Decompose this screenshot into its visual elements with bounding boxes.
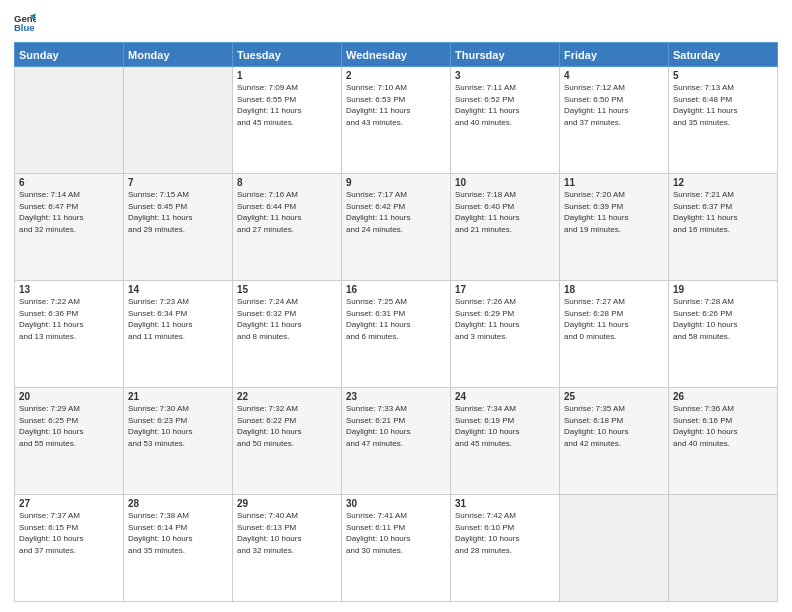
day-detail: Sunrise: 7:13 AM Sunset: 6:48 PM Dayligh… — [673, 82, 773, 128]
calendar-cell: 6Sunrise: 7:14 AM Sunset: 6:47 PM Daylig… — [15, 174, 124, 281]
calendar-cell: 30Sunrise: 7:41 AM Sunset: 6:11 PM Dayli… — [342, 495, 451, 602]
weekday-header: Friday — [560, 43, 669, 67]
calendar-week-row: 20Sunrise: 7:29 AM Sunset: 6:25 PM Dayli… — [15, 388, 778, 495]
day-detail: Sunrise: 7:17 AM Sunset: 6:42 PM Dayligh… — [346, 189, 446, 235]
day-number: 19 — [673, 284, 773, 295]
calendar-cell: 2Sunrise: 7:10 AM Sunset: 6:53 PM Daylig… — [342, 67, 451, 174]
calendar-cell — [669, 495, 778, 602]
day-detail: Sunrise: 7:23 AM Sunset: 6:34 PM Dayligh… — [128, 296, 228, 342]
calendar-cell: 29Sunrise: 7:40 AM Sunset: 6:13 PM Dayli… — [233, 495, 342, 602]
calendar-cell — [15, 67, 124, 174]
day-detail: Sunrise: 7:14 AM Sunset: 6:47 PM Dayligh… — [19, 189, 119, 235]
day-number: 6 — [19, 177, 119, 188]
day-number: 30 — [346, 498, 446, 509]
page: General Blue SundayMondayTuesdayWednesda… — [0, 0, 792, 612]
day-number: 18 — [564, 284, 664, 295]
day-detail: Sunrise: 7:32 AM Sunset: 6:22 PM Dayligh… — [237, 403, 337, 449]
calendar-cell: 24Sunrise: 7:34 AM Sunset: 6:19 PM Dayli… — [451, 388, 560, 495]
weekday-header: Tuesday — [233, 43, 342, 67]
calendar-cell: 19Sunrise: 7:28 AM Sunset: 6:26 PM Dayli… — [669, 281, 778, 388]
calendar-cell: 16Sunrise: 7:25 AM Sunset: 6:31 PM Dayli… — [342, 281, 451, 388]
day-number: 9 — [346, 177, 446, 188]
day-detail: Sunrise: 7:40 AM Sunset: 6:13 PM Dayligh… — [237, 510, 337, 556]
weekday-header: Sunday — [15, 43, 124, 67]
day-number: 28 — [128, 498, 228, 509]
calendar-cell: 14Sunrise: 7:23 AM Sunset: 6:34 PM Dayli… — [124, 281, 233, 388]
calendar-cell: 9Sunrise: 7:17 AM Sunset: 6:42 PM Daylig… — [342, 174, 451, 281]
day-detail: Sunrise: 7:27 AM Sunset: 6:28 PM Dayligh… — [564, 296, 664, 342]
calendar: SundayMondayTuesdayWednesdayThursdayFrid… — [14, 42, 778, 602]
day-number: 8 — [237, 177, 337, 188]
calendar-week-row: 27Sunrise: 7:37 AM Sunset: 6:15 PM Dayli… — [15, 495, 778, 602]
calendar-cell: 12Sunrise: 7:21 AM Sunset: 6:37 PM Dayli… — [669, 174, 778, 281]
calendar-cell: 20Sunrise: 7:29 AM Sunset: 6:25 PM Dayli… — [15, 388, 124, 495]
day-number: 29 — [237, 498, 337, 509]
day-detail: Sunrise: 7:22 AM Sunset: 6:36 PM Dayligh… — [19, 296, 119, 342]
calendar-cell: 11Sunrise: 7:20 AM Sunset: 6:39 PM Dayli… — [560, 174, 669, 281]
day-detail: Sunrise: 7:12 AM Sunset: 6:50 PM Dayligh… — [564, 82, 664, 128]
logo-icon: General Blue — [14, 12, 36, 34]
day-number: 7 — [128, 177, 228, 188]
day-number: 12 — [673, 177, 773, 188]
calendar-cell: 21Sunrise: 7:30 AM Sunset: 6:23 PM Dayli… — [124, 388, 233, 495]
calendar-week-row: 1Sunrise: 7:09 AM Sunset: 6:55 PM Daylig… — [15, 67, 778, 174]
calendar-cell: 31Sunrise: 7:42 AM Sunset: 6:10 PM Dayli… — [451, 495, 560, 602]
day-detail: Sunrise: 7:28 AM Sunset: 6:26 PM Dayligh… — [673, 296, 773, 342]
day-number: 17 — [455, 284, 555, 295]
calendar-cell: 23Sunrise: 7:33 AM Sunset: 6:21 PM Dayli… — [342, 388, 451, 495]
calendar-cell: 22Sunrise: 7:32 AM Sunset: 6:22 PM Dayli… — [233, 388, 342, 495]
day-detail: Sunrise: 7:26 AM Sunset: 6:29 PM Dayligh… — [455, 296, 555, 342]
day-number: 15 — [237, 284, 337, 295]
day-number: 25 — [564, 391, 664, 402]
header-row: SundayMondayTuesdayWednesdayThursdayFrid… — [15, 43, 778, 67]
day-number: 21 — [128, 391, 228, 402]
day-detail: Sunrise: 7:30 AM Sunset: 6:23 PM Dayligh… — [128, 403, 228, 449]
header: General Blue — [14, 12, 778, 34]
day-number: 27 — [19, 498, 119, 509]
day-detail: Sunrise: 7:24 AM Sunset: 6:32 PM Dayligh… — [237, 296, 337, 342]
calendar-cell — [560, 495, 669, 602]
day-number: 22 — [237, 391, 337, 402]
day-number: 13 — [19, 284, 119, 295]
day-detail: Sunrise: 7:09 AM Sunset: 6:55 PM Dayligh… — [237, 82, 337, 128]
calendar-cell: 13Sunrise: 7:22 AM Sunset: 6:36 PM Dayli… — [15, 281, 124, 388]
weekday-header: Thursday — [451, 43, 560, 67]
day-number: 5 — [673, 70, 773, 81]
day-detail: Sunrise: 7:36 AM Sunset: 6:16 PM Dayligh… — [673, 403, 773, 449]
calendar-cell: 5Sunrise: 7:13 AM Sunset: 6:48 PM Daylig… — [669, 67, 778, 174]
day-number: 20 — [19, 391, 119, 402]
day-detail: Sunrise: 7:34 AM Sunset: 6:19 PM Dayligh… — [455, 403, 555, 449]
day-detail: Sunrise: 7:11 AM Sunset: 6:52 PM Dayligh… — [455, 82, 555, 128]
day-number: 31 — [455, 498, 555, 509]
calendar-cell: 10Sunrise: 7:18 AM Sunset: 6:40 PM Dayli… — [451, 174, 560, 281]
calendar-week-row: 6Sunrise: 7:14 AM Sunset: 6:47 PM Daylig… — [15, 174, 778, 281]
calendar-cell: 7Sunrise: 7:15 AM Sunset: 6:45 PM Daylig… — [124, 174, 233, 281]
day-detail: Sunrise: 7:18 AM Sunset: 6:40 PM Dayligh… — [455, 189, 555, 235]
day-number: 14 — [128, 284, 228, 295]
day-detail: Sunrise: 7:38 AM Sunset: 6:14 PM Dayligh… — [128, 510, 228, 556]
day-detail: Sunrise: 7:29 AM Sunset: 6:25 PM Dayligh… — [19, 403, 119, 449]
calendar-cell: 8Sunrise: 7:16 AM Sunset: 6:44 PM Daylig… — [233, 174, 342, 281]
logo: General Blue — [14, 12, 36, 34]
day-detail: Sunrise: 7:37 AM Sunset: 6:15 PM Dayligh… — [19, 510, 119, 556]
day-number: 10 — [455, 177, 555, 188]
weekday-header: Saturday — [669, 43, 778, 67]
day-detail: Sunrise: 7:33 AM Sunset: 6:21 PM Dayligh… — [346, 403, 446, 449]
day-detail: Sunrise: 7:15 AM Sunset: 6:45 PM Dayligh… — [128, 189, 228, 235]
day-number: 16 — [346, 284, 446, 295]
calendar-cell: 25Sunrise: 7:35 AM Sunset: 6:18 PM Dayli… — [560, 388, 669, 495]
calendar-cell: 18Sunrise: 7:27 AM Sunset: 6:28 PM Dayli… — [560, 281, 669, 388]
calendar-cell — [124, 67, 233, 174]
day-number: 4 — [564, 70, 664, 81]
day-number: 24 — [455, 391, 555, 402]
day-number: 3 — [455, 70, 555, 81]
calendar-cell: 28Sunrise: 7:38 AM Sunset: 6:14 PM Dayli… — [124, 495, 233, 602]
day-detail: Sunrise: 7:25 AM Sunset: 6:31 PM Dayligh… — [346, 296, 446, 342]
day-detail: Sunrise: 7:35 AM Sunset: 6:18 PM Dayligh… — [564, 403, 664, 449]
day-number: 26 — [673, 391, 773, 402]
day-detail: Sunrise: 7:16 AM Sunset: 6:44 PM Dayligh… — [237, 189, 337, 235]
weekday-header: Monday — [124, 43, 233, 67]
calendar-cell: 4Sunrise: 7:12 AM Sunset: 6:50 PM Daylig… — [560, 67, 669, 174]
day-number: 2 — [346, 70, 446, 81]
day-number: 23 — [346, 391, 446, 402]
